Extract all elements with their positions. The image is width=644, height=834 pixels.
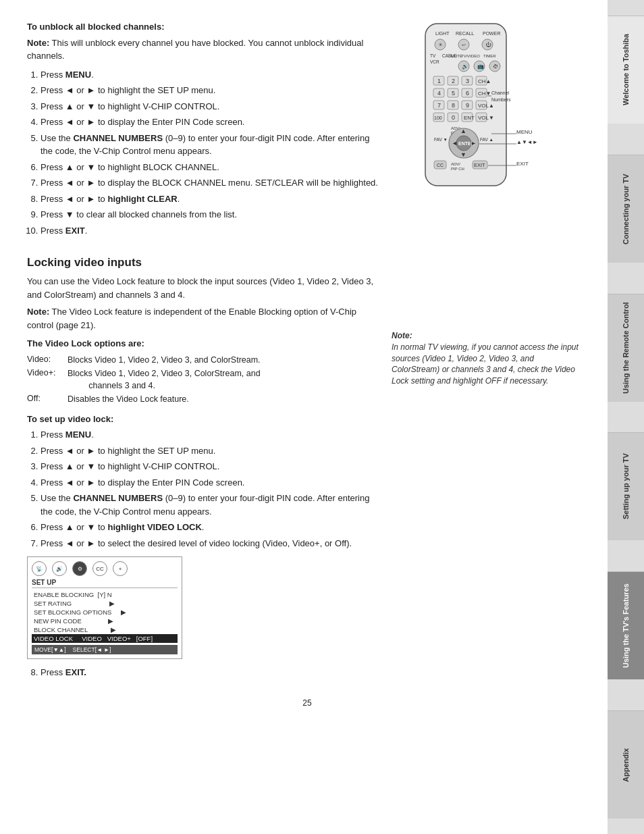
tab-tv-features-label: Using the TV's Features: [622, 583, 630, 668]
option-video-desc: Blocks Video 1, Video 2, Video 3, and Co…: [68, 355, 378, 367]
locking-right-col: Note: In normal TV viewing, if you canno…: [392, 242, 581, 685]
option-off-label: Off:: [27, 394, 68, 406]
right-note-label: Note:: [392, 331, 412, 340]
step-8: Press ◄ or ► to highlight CLEAR.: [41, 192, 378, 206]
tab-tv-features[interactable]: Using the TV's Features: [608, 571, 644, 679]
menu-screenshot: 📡 🔊 ⚙ CC + SET UP ENABLE BLOCKING [Y] N …: [27, 556, 182, 659]
option-off: Off: Disables the Video Lock feature.: [27, 394, 378, 406]
unblock-heading: To unblock all blocked channels:: [27, 20, 378, 34]
svg-text:5: 5: [452, 90, 455, 97]
setup-video-lock-heading: To set up video lock:: [27, 413, 378, 426]
menu-icon-extra: +: [113, 561, 128, 576]
step-4: Press ◄ or ► to display the Enter PIN Co…: [41, 115, 378, 129]
locking-note-text: The Video Lock feature is independent of…: [27, 307, 356, 330]
step-6: Press ▲ or ▼ to highlight BLOCK CHANNEL.: [41, 161, 378, 174]
setup-steps-list: Press MENU. Press ◄ or ► to highlight th…: [41, 428, 378, 550]
svg-text:7: 7: [437, 102, 441, 109]
tab-appendix[interactable]: Appendix: [608, 710, 644, 818]
note-label-2: Note:: [27, 307, 49, 317]
svg-text:TIMER: TIMER: [483, 54, 496, 58]
note-label-1: Note:: [27, 38, 49, 48]
svg-text:9: 9: [466, 102, 469, 109]
svg-text:POWER: POWER: [483, 31, 500, 36]
menu-row-enable-blocking: ENABLE BLOCKING [Y] N: [32, 590, 178, 599]
svg-text:☀: ☀: [438, 42, 443, 48]
locking-intro: You can use the Video Lock feature to bl…: [27, 275, 378, 301]
setup-step-5: Use the CHANNEL NUMBERS (0–9) to enter y…: [41, 492, 378, 518]
step-5: Use the CHANNEL NUMBERS (0–9) to enter y…: [41, 132, 378, 158]
menu-set-up-label: SET UP: [32, 579, 178, 588]
step-1: Press MENU.: [41, 68, 378, 82]
menu-row-set-rating: SET RATING ▶: [32, 599, 178, 608]
menu-select-label: SELECT[◄ ►]: [73, 646, 111, 653]
tab-welcome[interactable]: Welcome to Toshiba: [608, 16, 644, 124]
unblock-note: Note: This will unblock every channel yo…: [27, 36, 378, 63]
setup-step-8: Press EXIT.: [41, 666, 378, 679]
right-note-block: Note: In normal TV viewing, if you canno…: [392, 323, 581, 391]
tab-welcome-label: Welcome to Toshiba: [622, 34, 630, 105]
option-off-desc: Disables the Video Lock feature.: [68, 394, 378, 406]
svg-text:▲▼◄►: ▲▼◄►: [516, 139, 538, 145]
svg-text:📺: 📺: [477, 63, 484, 70]
locking-note: Note: The Video Lock feature is independ…: [27, 305, 378, 332]
svg-text:LIGHT: LIGHT: [435, 31, 450, 36]
step-10: Press EXIT.: [41, 224, 378, 238]
tab-setting-up[interactable]: Setting up your TV: [608, 432, 644, 540]
svg-text:Channel: Channel: [491, 90, 510, 95]
menu-icon-speaker: 🔊: [52, 561, 67, 576]
svg-text:RECALL: RECALL: [456, 31, 474, 36]
video-lock-options: Video: Blocks Video 1, Video 2, Video 3,…: [27, 355, 378, 406]
left-column: To unblock all blocked channels: Note: T…: [27, 20, 378, 242]
svg-text:CC: CC: [437, 163, 444, 167]
menu-row-video-lock: VIDEO LOCK VIDEO VIDEO+ [OFF]: [32, 634, 178, 643]
locking-title: Locking video inputs: [27, 256, 378, 269]
menu-move-label: MOVE[▼▲]: [34, 646, 66, 653]
right-column-remote: LIGHT RECALL POWER ☀ ↩ ⏻ TV CABLE VCR MU…: [392, 20, 581, 242]
main-content: To unblock all blocked channels: Note: T…: [0, 0, 608, 834]
setup-step-2: Press ◄ or ► to highlight the SET UP men…: [41, 444, 378, 458]
menu-bottom-bar: MOVE[▼▲] SELECT[◄ ►]: [32, 645, 178, 654]
option-videoplus-desc: Blocks Video 1, Video 2, Video 3, ColorS…: [68, 368, 378, 392]
svg-text:6: 6: [466, 90, 469, 97]
unblock-steps-list: Press MENU. Press ◄ or ► to highlight th…: [41, 68, 378, 238]
tab-appendix-label: Appendix: [622, 748, 630, 781]
setup-step-7: Press ◄ or ► to select the desired level…: [41, 537, 378, 550]
svg-text:TV: TV: [430, 53, 436, 58]
svg-text:↩: ↩: [462, 43, 466, 47]
svg-text:VOL▼: VOL▼: [478, 115, 494, 121]
setup-step-4: Press ◄ or ► to display the Enter PIN Co…: [41, 476, 378, 490]
locking-section: Locking video inputs You can use the Vid…: [27, 242, 587, 685]
menu-row-set-blocking: SET BLOCKING OPTIONS ▶: [32, 608, 178, 617]
locking-left-col: Locking video inputs You can use the Vid…: [27, 242, 378, 685]
svg-text:VOL▲: VOL▲: [478, 103, 494, 109]
svg-text:TV/VIDEO: TV/VIDEO: [461, 54, 480, 58]
svg-text:▲: ▲: [460, 128, 466, 134]
tab-setting-up-label: Setting up your TV: [622, 454, 630, 520]
menu-icon-settings: ⚙: [72, 561, 87, 576]
option-video: Video: Blocks Video 1, Video 2, Video 3,…: [27, 355, 378, 367]
svg-text:100: 100: [434, 115, 442, 120]
setup-step-3: Press ▲ or ▼ to highlight V-CHIP CONTROL…: [41, 460, 378, 473]
tab-connecting[interactable]: Connecting your TV: [608, 155, 644, 263]
svg-text:FAV ▲: FAV ▲: [480, 137, 493, 142]
setup-step-1: Press MENU.: [41, 428, 378, 442]
tab-remote-label: Using the Remote Control: [622, 302, 630, 394]
remote-diagram: LIGHT RECALL POWER ☀ ↩ ⏻ TV CABLE VCR MU…: [392, 20, 567, 230]
svg-text:8: 8: [452, 102, 455, 109]
setup-final-steps: Press EXIT.: [41, 666, 378, 679]
step-9: Press ▼ to clear all blocked channels fr…: [41, 208, 378, 221]
svg-text:⏱: ⏱: [493, 63, 498, 70]
step-7: Press ◄ or ► to display the BLOCK CHANNE…: [41, 176, 378, 190]
page-number: 25: [27, 698, 587, 708]
tab-remote-control[interactable]: Using the Remote Control: [608, 294, 644, 402]
svg-text:►: ►: [471, 140, 477, 147]
svg-text:0: 0: [452, 114, 455, 121]
video-lock-options-heading: The Video Lock options are:: [27, 337, 378, 350]
svg-text:◄: ◄: [452, 140, 458, 147]
svg-text:EXIT: EXIT: [516, 161, 529, 167]
svg-text:4: 4: [437, 90, 441, 97]
unblock-note-text: This will unblock every channel you have…: [27, 38, 363, 61]
step-3: Press ▲ or ▼ to highlight V-CHIP CONTROL…: [41, 100, 378, 113]
option-video-label: Video:: [27, 355, 68, 367]
top-section: To unblock all blocked channels: Note: T…: [27, 20, 587, 242]
